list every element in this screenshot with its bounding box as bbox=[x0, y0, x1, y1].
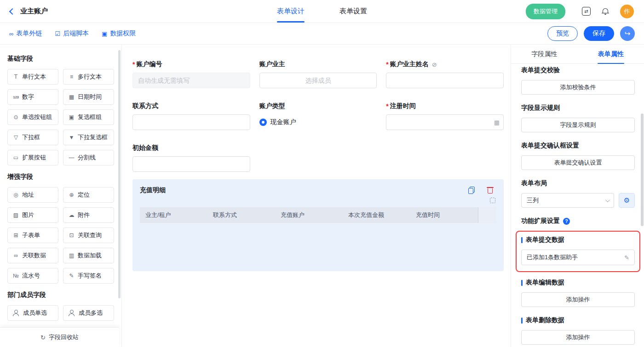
field-item-multi-line-text[interactable]: ≡ 多行文本 bbox=[63, 69, 114, 85]
field-item-data-load[interactable]: ▥ 数据加载 bbox=[63, 248, 114, 263]
back-icon[interactable] bbox=[9, 8, 16, 14]
field-account-owner[interactable]: 账户业主 bbox=[259, 60, 377, 88]
initial-amount-input[interactable] bbox=[132, 156, 250, 172]
submit-confirm-title: 表单提交确认框设置 bbox=[521, 142, 635, 150]
section-submit-validation: 表单提交校验 添加校验条件 bbox=[521, 66, 635, 95]
recycle-bin-label: 字段回收站 bbox=[49, 333, 79, 341]
bell-clapper bbox=[604, 14, 606, 15]
field-item-checkbox-group[interactable]: ▣ 复选框组 bbox=[63, 109, 114, 125]
tab-form-properties[interactable]: 表单属性 bbox=[578, 45, 644, 63]
subform-col-filler bbox=[478, 207, 496, 223]
member-fields-grid: 成员单选 成员多选 bbox=[7, 305, 114, 321]
field-account-type[interactable]: 账户类型 现金账户 bbox=[259, 102, 377, 130]
field-item-member-multi[interactable]: 成员多选 bbox=[63, 305, 114, 321]
subform-recharge-detail[interactable]: 充值明细 业主/租户 联系方式 充值账户 本次充值金额 充值时间 bbox=[132, 179, 504, 271]
panel-scrollbar[interactable] bbox=[641, 114, 644, 226]
serial-number-icon: № bbox=[12, 273, 20, 279]
account-no-input[interactable] bbox=[132, 73, 250, 88]
relation-query-icon: ⊡ bbox=[67, 232, 76, 239]
divider-icon: — bbox=[67, 154, 76, 161]
preview-button[interactable]: 预览 bbox=[547, 26, 578, 41]
add-validation-button[interactable]: 添加校验条件 bbox=[521, 80, 635, 95]
field-item-divider[interactable]: — 分割线 bbox=[63, 150, 114, 165]
share-icon[interactable]: ↪ bbox=[620, 26, 635, 41]
field-item-single-line-text[interactable]: T 单行文本 bbox=[7, 69, 58, 85]
field-item-label: 流水号 bbox=[22, 272, 40, 280]
help-icon[interactable] bbox=[563, 218, 570, 225]
data-assistant-input[interactable]: 已添加1条数据助手 ✎ bbox=[521, 250, 635, 265]
copy-icon[interactable] bbox=[468, 187, 475, 194]
field-label-account-owner: 账户业主 bbox=[259, 60, 377, 68]
field-account-no[interactable]: 账户编号 bbox=[132, 60, 250, 88]
field-item-label: 附件 bbox=[78, 211, 90, 219]
subform-title: 充值明细 bbox=[140, 186, 166, 194]
subform-col-owner-tenant: 业主/租户 bbox=[140, 207, 207, 223]
submit-confirm-button[interactable]: 表单提交确认设置 bbox=[521, 155, 635, 170]
field-item-serial-number[interactable]: № 流水号 bbox=[7, 268, 58, 284]
layout-select-value: 三列 bbox=[527, 196, 539, 205]
radio-selected-icon[interactable] bbox=[259, 119, 267, 126]
contact-input[interactable] bbox=[132, 114, 250, 130]
field-item-location[interactable]: ⊕ 定位 bbox=[63, 187, 114, 203]
field-item-select[interactable]: ▽ 下拉框 bbox=[7, 130, 58, 145]
field-item-subform[interactable]: ⊞ 子表单 bbox=[7, 228, 58, 243]
subform-col-recharge-amount: 本次充值金额 bbox=[343, 207, 410, 223]
field-contact[interactable]: 联系方式 bbox=[132, 102, 250, 130]
backend-script-link[interactable]: ☑ 后端脚本 bbox=[55, 29, 89, 38]
script-icon: ☑ bbox=[55, 30, 60, 37]
account-owner-input[interactable] bbox=[259, 73, 377, 88]
save-button[interactable]: 保存 bbox=[584, 26, 614, 41]
field-item-extend-button[interactable]: ▭ 扩展按钮 bbox=[7, 150, 58, 165]
data-assistant-value: 已添加1条数据助手 bbox=[527, 253, 578, 262]
owner-name-input[interactable] bbox=[386, 73, 504, 88]
bell-icon[interactable] bbox=[602, 8, 609, 15]
field-owner-name[interactable]: 账户业主姓名 ⊘ bbox=[386, 60, 504, 88]
field-item-multi-select[interactable]: ▼ 下拉复选框 bbox=[63, 130, 114, 145]
submit-data-title: 表单提交数据 bbox=[521, 236, 635, 244]
field-item-label: 下拉框 bbox=[22, 133, 40, 142]
field-item-attachment[interactable]: ☁ 附件 bbox=[63, 207, 114, 223]
recycle-bin-button[interactable]: ↻ 字段回收站 bbox=[0, 327, 119, 347]
trash-icon[interactable] bbox=[487, 187, 494, 194]
register-time-input[interactable] bbox=[386, 114, 504, 130]
extension-settings-title: 功能扩展设置 bbox=[521, 217, 635, 225]
field-item-member-single[interactable]: 成员单选 bbox=[7, 305, 58, 321]
field-item-relation-query[interactable]: ⊡ 关联查询 bbox=[63, 228, 114, 243]
page-title: 业主账户 bbox=[20, 7, 48, 16]
field-register-time[interactable]: 注册时间 ▦ bbox=[386, 102, 504, 130]
form-designer-app: 业主账户 表单设计 表单设置 数据管理 ⇄ 作 ∞ 表单外链 ☑ 后端脚本 bbox=[0, 0, 644, 347]
data-permission-link[interactable]: ▣ 数据权限 bbox=[102, 29, 136, 38]
field-display-rules-button[interactable]: 字段显示规则 bbox=[521, 118, 635, 132]
field-item-label: 手写签名 bbox=[78, 272, 102, 280]
layout-select[interactable]: 三列 bbox=[521, 193, 614, 208]
tab-form-design[interactable]: 表单设计 bbox=[277, 0, 305, 23]
sidebar-scrollbar[interactable] bbox=[118, 50, 121, 298]
field-item-label: 成员单选 bbox=[23, 309, 47, 317]
field-label-owner-name: 账户业主姓名 ⊘ bbox=[386, 60, 504, 68]
integration-icon[interactable]: ⇄ bbox=[582, 7, 591, 16]
designer-body: 基础字段 T 单行文本 ≡ 多行文本 123 数字 ▦ 日期时间 bbox=[0, 45, 644, 347]
field-item-datetime[interactable]: ▦ 日期时间 bbox=[63, 89, 114, 105]
label-text: 联系方式 bbox=[132, 102, 158, 110]
delete-data-add-button[interactable]: 添加操作 bbox=[521, 330, 635, 345]
field-initial-amount[interactable]: 初始金额 bbox=[132, 144, 250, 172]
field-item-radio-group[interactable]: ⊙ 单选按钮组 bbox=[7, 109, 58, 125]
field-item-label: 单选按钮组 bbox=[22, 113, 52, 121]
expand-icon[interactable] bbox=[490, 198, 495, 203]
data-manage-button[interactable]: 数据管理 bbox=[526, 4, 565, 19]
field-item-signature[interactable]: ✎ 手写签名 bbox=[63, 268, 114, 284]
tab-form-settings[interactable]: 表单设置 bbox=[339, 0, 367, 23]
field-item-relation-data[interactable]: ∞ 关联数据 bbox=[7, 248, 58, 263]
field-item-address[interactable]: ◎ 地址 bbox=[7, 187, 58, 203]
edit-data-add-button[interactable]: 添加操作 bbox=[521, 292, 635, 307]
field-item-image[interactable]: ▨ 图片 bbox=[7, 207, 58, 223]
field-item-label: 关联数据 bbox=[22, 251, 46, 260]
tab-field-properties[interactable]: 字段属性 bbox=[511, 45, 578, 63]
field-display-rules-title: 字段显示规则 bbox=[521, 104, 635, 112]
form-layout-row: 三列 ⚙ bbox=[521, 193, 635, 208]
field-item-number[interactable]: 123 数字 bbox=[7, 89, 58, 105]
field-item-label: 单行文本 bbox=[22, 73, 46, 81]
avatar[interactable]: 作 bbox=[620, 5, 634, 18]
form-external-link[interactable]: ∞ 表单外链 bbox=[9, 29, 42, 38]
gear-icon[interactable]: ⚙ bbox=[619, 193, 635, 208]
